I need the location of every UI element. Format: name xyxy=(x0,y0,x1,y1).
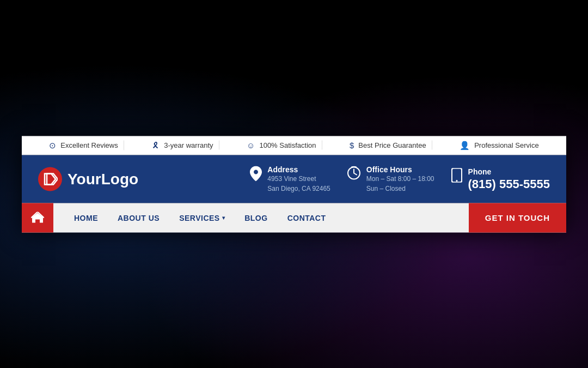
top-bar: ⊙ Excellent Reviews 🎗 3-year warranty ☺ … xyxy=(22,136,566,155)
service-icon: 👤 xyxy=(460,140,470,150)
logo-plain: Your xyxy=(68,170,101,187)
topbar-service-label: Professional Service xyxy=(474,141,539,149)
header-info: Address 4953 Vine Street San Diego, CA 9… xyxy=(250,165,550,193)
get-in-touch-button[interactable]: GET IN TOUCH xyxy=(469,203,566,232)
topbar-item-service: 👤 Professional Service xyxy=(454,140,544,150)
nav-home-label: HOME xyxy=(74,213,98,222)
hours-line2: Sun – Closed xyxy=(366,183,434,193)
address-content: Address 4953 Vine Street San Diego, CA 9… xyxy=(267,165,330,193)
nav-contact-label: CONTACT xyxy=(287,213,326,222)
topbar-price-label: Best Price Guarantee xyxy=(358,141,426,149)
address-icon xyxy=(250,166,262,184)
price-icon: $ xyxy=(350,141,354,150)
svg-point-4 xyxy=(456,180,457,182)
logo-text: YourLogo xyxy=(68,170,138,188)
nav-home-button[interactable] xyxy=(22,203,53,232)
hours-block: Office Hours Mon – Sat 8:00 – 18:00 Sun … xyxy=(347,165,434,193)
get-in-touch-label: GET IN TOUCH xyxy=(485,213,550,222)
phone-number: (815) 555-5555 xyxy=(468,177,550,191)
nav-item-contact[interactable]: CONTACT xyxy=(278,203,336,232)
services-dropdown-arrow: ▾ xyxy=(222,215,225,221)
address-block: Address 4953 Vine Street San Diego, CA 9… xyxy=(250,165,330,193)
phone-content: Phone (815) 555-5555 xyxy=(468,167,550,191)
nav-blog-label: BLOG xyxy=(244,213,267,222)
warranty-icon: 🎗 xyxy=(151,141,160,150)
reviews-icon: ⊙ xyxy=(49,140,56,150)
hours-content: Office Hours Mon – Sat 8:00 – 18:00 Sun … xyxy=(366,165,434,193)
nav-item-about[interactable]: ABOUT US xyxy=(108,203,169,232)
clock-icon xyxy=(347,166,361,183)
topbar-item-price: $ Best Price Guarantee xyxy=(344,141,432,150)
satisfaction-icon: ☺ xyxy=(247,141,255,150)
address-line2: San Diego, CA 92465 xyxy=(267,183,330,193)
nav-services-label: SERVICES xyxy=(179,213,220,222)
logo-icon xyxy=(38,167,62,191)
logo-bold: Logo xyxy=(101,170,138,187)
nav-item-home[interactable]: HOME xyxy=(64,203,108,232)
phone-title: Phone xyxy=(468,167,550,176)
nav-item-services[interactable]: SERVICES ▾ xyxy=(169,203,235,232)
hours-line1: Mon – Sat 8:00 – 18:00 xyxy=(366,173,434,183)
phone-block: Phone (815) 555-5555 xyxy=(451,167,550,191)
topbar-item-warranty: 🎗 3-year warranty xyxy=(146,141,219,150)
phone-icon xyxy=(451,168,463,185)
nav-about-label: ABOUT US xyxy=(118,213,160,222)
topbar-warranty-label: 3-year warranty xyxy=(164,141,213,149)
nav-bar: HOME ABOUT US SERVICES ▾ BLOG CONTACT GE… xyxy=(22,203,566,232)
topbar-item-reviews: ⊙ Excellent Reviews xyxy=(44,140,124,150)
nav-item-blog[interactable]: BLOG xyxy=(235,203,277,232)
address-title: Address xyxy=(267,165,330,173)
header: YourLogo Address 4953 Vine Street San Di… xyxy=(22,155,566,203)
nav-links: HOME ABOUT US SERVICES ▾ BLOG CONTACT xyxy=(53,203,469,232)
address-line1: 4953 Vine Street xyxy=(267,173,330,183)
topbar-satisfaction-label: 100% Satisfaction xyxy=(259,141,316,149)
topbar-reviews-label: Excellent Reviews xyxy=(60,141,118,149)
svg-rect-3 xyxy=(453,169,461,180)
site-wrapper: ⊙ Excellent Reviews 🎗 3-year warranty ☺ … xyxy=(22,136,566,232)
hours-title: Office Hours xyxy=(366,165,434,173)
logo: YourLogo xyxy=(38,167,138,191)
topbar-item-satisfaction: ☺ 100% Satisfaction xyxy=(241,141,322,150)
